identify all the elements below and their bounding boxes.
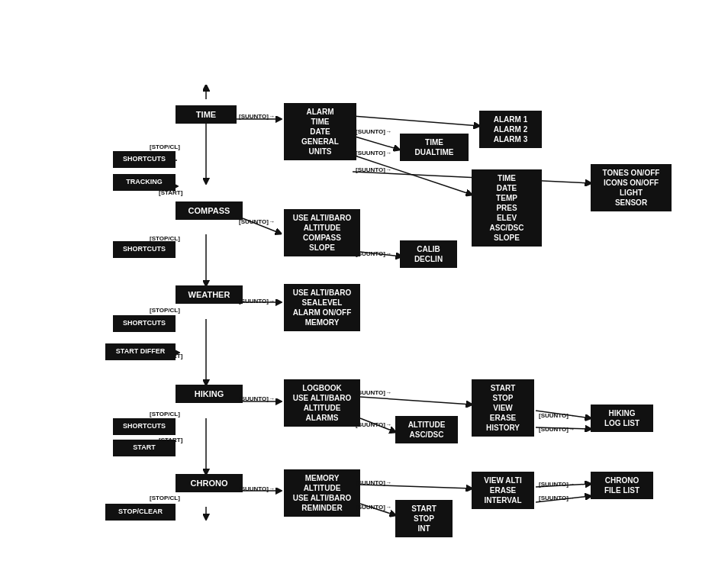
startstopint-box: START STOP INT — [395, 500, 453, 537]
timeetc-box: TIME DATE TEMP PRES ELEV ASC/DSC SLOPE — [472, 169, 542, 247]
stopcl-label-4: [STOP/CL] — [150, 411, 180, 417]
shortcuts4-box: SHORTCUTS — [113, 418, 176, 435]
svg-line-25 — [360, 397, 472, 405]
menu3-box: USE ALTI/BARO SEALEVEL ALARM ON/OFF MEMO… — [284, 284, 360, 331]
start-label-1: [START] — [159, 189, 182, 196]
svg-line-4 — [353, 116, 479, 126]
shortcuts1-box: SHORTCUTS — [113, 151, 176, 168]
menu2-box: USE ALTI/BARO ALTITUDE COMPASS SLOPE — [284, 209, 360, 256]
weather-box: WEATHER — [176, 285, 243, 304]
suunto-label-13: [SUUNTO]→ — [239, 485, 275, 492]
menu4-box: LOGBOOK USE ALTI/BARO ALTITUDE ALARMS — [284, 379, 360, 427]
tracking-box: TRACKING — [113, 174, 176, 191]
timedualtime-box: TIME DUALTIME — [400, 134, 469, 161]
hikingloglist-box: HIKING LOG LIST — [591, 405, 653, 432]
shortcuts3-box: SHORTCUTS — [113, 315, 176, 332]
chronofilelist-box: CHRONO FILE LIST — [591, 472, 653, 499]
time-box: TIME — [176, 105, 237, 124]
suunto-label-2: [SUUNTO]→ — [356, 128, 391, 135]
stopcl-label-5: [STOP/CL] — [150, 495, 180, 501]
suunto-label-14: [SUUNTO]→ — [356, 479, 391, 486]
calibdeclin-box: CALIB DECLIN — [400, 240, 457, 268]
suunto-label-8: [SUUNTO]→ — [239, 395, 275, 402]
stopcl-label-2: [STOP/CL] — [150, 235, 180, 242]
alarm123-box: ALARM 1 ALARM 2 ALARM 3 — [479, 111, 542, 148]
suunto-label-12: [SUUNTO]→ — [539, 426, 575, 433]
compass-box: COMPASS — [176, 201, 243, 220]
suunto-label-10: [SUUNTO]→ — [356, 421, 391, 428]
stopcl-label-3: [STOP/CL] — [150, 307, 180, 314]
suunto-label-3: [SUUNTO]→ — [356, 150, 391, 156]
diagram: TIME SHORTCUTS TRACKING COMPASS SHORTCUT… — [0, 0, 728, 577]
stopclear-box: STOP/CLEAR — [105, 504, 176, 521]
suunto-label-4: [SUUNTO]→ — [356, 166, 391, 173]
stopcl-label-1: [STOP/CL] — [150, 143, 180, 150]
start-label-3: [START] — [159, 437, 182, 443]
suunto-label-5: [SUUNTO]→ — [239, 218, 275, 225]
chrono-box: CHRONO — [176, 474, 243, 492]
suunto-label-9: [SUUNTO]→ — [356, 389, 391, 396]
start-label-2: [START] — [159, 353, 182, 359]
menu5-box: MEMORY ALTITUDE USE ALTI/BARO REMINDER — [284, 469, 360, 517]
menu1-box: ALARM TIME DATE GENERAL UNITS — [284, 103, 356, 160]
suunto-label-17: [SUUNTO]→ — [539, 495, 575, 501]
suunto-label-11: [SUUNTO]→ — [539, 412, 575, 419]
suunto-label-6: [SUUNTO]→ — [356, 250, 391, 257]
altiascdsc-box: ALTITUDE ASC/DSC — [395, 416, 458, 443]
suunto-label-16: [SUUNTO]→ — [539, 481, 575, 488]
shortcuts2-box: SHORTCUTS — [113, 241, 176, 258]
startstop-box: START STOP VIEW ERASE HISTORY — [472, 379, 534, 437]
viewalti-box: VIEW ALTI ERASE INTERVAL — [472, 472, 534, 509]
hiking-box: HIKING — [176, 385, 243, 403]
suunto-label-1: [SUUNTO]→ — [239, 113, 275, 120]
tones-box: TONES ON/OFF ICONS ON/OFF LIGHT SENSOR — [591, 164, 672, 211]
suunto-label-15: [SUUNTO]→ — [356, 504, 391, 511]
svg-line-3 — [353, 136, 399, 150]
suunto-label-7: [SUUNTO]→ — [239, 298, 275, 305]
